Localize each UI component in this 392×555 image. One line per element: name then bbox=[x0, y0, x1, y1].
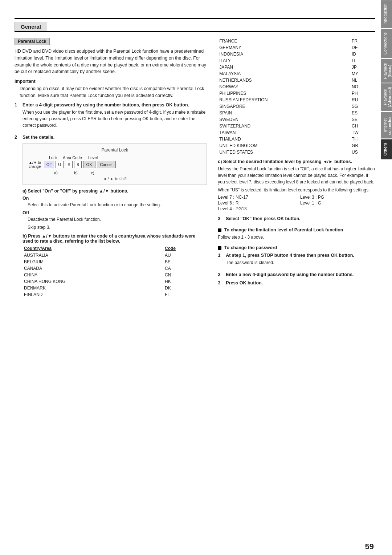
right-country-name: SWITZERLAND bbox=[218, 123, 350, 129]
right-country-table-row: SPAINES bbox=[218, 110, 375, 116]
change-pw-step-2-title: Enter a new 4-digit password by using th… bbox=[226, 272, 354, 277]
section-title: General bbox=[15, 22, 47, 31]
left-column: Parental Lock HD DVD and DVD video discs… bbox=[15, 38, 207, 304]
diagram-title: Parental Lock bbox=[29, 147, 201, 153]
country-name: DENMARK bbox=[23, 285, 163, 291]
tab-playback-basic[interactable]: Playback(Basic) bbox=[381, 59, 392, 83]
diagram-s: S bbox=[65, 161, 73, 168]
change-password-header: To change the password bbox=[218, 245, 375, 250]
right-country-table-row: UNITED STATESUS bbox=[218, 149, 375, 155]
tab-connections[interactable]: Connections bbox=[381, 29, 392, 58]
right-country-code: MY bbox=[350, 70, 375, 77]
right-column: FRANCEFRGERMANYDEINDONESIAIDITALYITJAPAN… bbox=[218, 38, 375, 304]
level-grid-cell: Level 7 : NC-17 bbox=[218, 195, 293, 200]
country-code: CA bbox=[163, 265, 207, 272]
step-2-title: Set the details. bbox=[23, 135, 54, 140]
right-country-code: RU bbox=[350, 97, 375, 103]
country-name: CHINA HONG KONG bbox=[23, 278, 163, 285]
right-country-code: NO bbox=[350, 84, 375, 90]
change-pw-step-1-title: At step 1, press STOP button 4 times the… bbox=[226, 253, 354, 258]
sub-c-text2: When "US" is selected, its limitation le… bbox=[218, 187, 375, 193]
change-limit-title: To change the limitation level of Parent… bbox=[224, 227, 343, 232]
right-country-table-row: SWEDENSE bbox=[218, 116, 375, 123]
black-square-icon-2 bbox=[218, 246, 221, 250]
right-country-table: FRANCEFRGERMANYDEINDONESIAIDITALYITJAPAN… bbox=[218, 38, 375, 155]
level-grid-cell: Level 6 : R bbox=[218, 200, 293, 206]
right-country-table-row: NETHERLANDSNL bbox=[218, 77, 375, 84]
right-country-code: US bbox=[350, 149, 375, 155]
right-country-name: RUSSIAN FEDERATION bbox=[218, 97, 350, 103]
change-pw-step-3: 3 Press OK button. bbox=[218, 280, 375, 285]
page-number: 59 bbox=[365, 542, 374, 551]
sub-c-title: c) Select the desired limitation level b… bbox=[218, 159, 375, 164]
step-2: 2 Set the details. Parental Lock Lock Ar… bbox=[15, 134, 207, 301]
country-table-row: DENMARKDK bbox=[23, 285, 207, 291]
diagram-cancel[interactable]: Cancel bbox=[97, 161, 116, 168]
step-1-sub: When you use the player for the first ti… bbox=[23, 109, 207, 129]
right-country-table-row: FRANCEFR bbox=[218, 38, 375, 44]
on-title: On bbox=[23, 196, 207, 201]
country-code: FI bbox=[163, 291, 207, 298]
country-code: CN bbox=[163, 272, 207, 278]
country-table-row: CHINACN bbox=[23, 272, 207, 278]
right-country-name: MALAYSIA bbox=[218, 70, 350, 77]
side-tabs: Introduction Connections Playback(Basic)… bbox=[379, 0, 392, 555]
step-3-content: Select "OK" then press OK button. bbox=[226, 216, 375, 221]
change-pw-step-1-num: 1 bbox=[218, 252, 223, 269]
right-country-name: THAILAND bbox=[218, 136, 350, 142]
main-content: General Parental Lock HD DVD and DVD vid… bbox=[15, 22, 375, 540]
country-code: BE bbox=[163, 259, 207, 265]
right-country-table-row: UNITED KINGDOMGB bbox=[218, 142, 375, 149]
level-grid-cell: Level 1 : G bbox=[300, 200, 375, 206]
right-country-name: FRANCE bbox=[218, 38, 350, 44]
right-country-name: ITALY bbox=[218, 57, 350, 64]
country-code: HK bbox=[163, 278, 207, 285]
right-country-name: NETHERLANDS bbox=[218, 77, 350, 84]
country-code: DK bbox=[163, 285, 207, 291]
right-country-code: SG bbox=[350, 103, 375, 110]
level-grid: Level 7 : NC-17Level 3 : PGLevel 6 : RLe… bbox=[218, 195, 375, 211]
right-country-table-row: TAIWANTW bbox=[218, 129, 375, 136]
right-country-code: GB bbox=[350, 142, 375, 149]
diagram-shift-text: ◄ / ► to shift bbox=[29, 177, 201, 181]
country-table-row: AUSTRALIAAU bbox=[23, 252, 207, 259]
country-code: AU bbox=[163, 252, 207, 259]
country-name: FINLAND bbox=[23, 291, 163, 298]
change-password-title: To change the password bbox=[224, 245, 277, 250]
diagram-col-level: Level bbox=[88, 155, 98, 160]
diagram: Parental Lock Lock Area Code Level ▲/▼ t… bbox=[23, 143, 207, 185]
right-country-table-row: INDONESIAID bbox=[218, 51, 375, 57]
level-grid-cell: Level 4 : PG13 bbox=[218, 206, 293, 211]
off-title: Off bbox=[23, 210, 207, 215]
country-table-row: CHINA HONG KONGHK bbox=[23, 278, 207, 285]
country-name: AUSTRALIA bbox=[23, 252, 163, 259]
tab-internet-connection[interactable]: Internetconnection bbox=[381, 112, 392, 138]
right-country-table-row: GERMANYDE bbox=[218, 44, 375, 51]
right-country-table-row: RUSSIAN FEDERATIONRU bbox=[218, 97, 375, 103]
step-1: 1 Enter a 4-digit password by using the … bbox=[15, 102, 207, 131]
change-pw-step-2-num: 2 bbox=[218, 272, 223, 277]
right-country-code: IT bbox=[350, 57, 375, 64]
right-country-name: NORWAY bbox=[218, 84, 350, 90]
step-2-content: Set the details. Parental Lock Lock Area… bbox=[23, 134, 207, 301]
right-country-name: SINGAPORE bbox=[218, 103, 350, 110]
right-country-code: SE bbox=[350, 116, 375, 123]
two-col-layout: Parental Lock HD DVD and DVD video discs… bbox=[15, 38, 375, 304]
right-country-name: SWEDEN bbox=[218, 116, 350, 123]
diagram-ok[interactable]: OK bbox=[83, 161, 95, 168]
change-pw-step-3-title: Press OK button. bbox=[226, 280, 263, 285]
right-country-code: ID bbox=[350, 51, 375, 57]
intro-text: HD DVD and DVD video discs equipped with… bbox=[15, 48, 207, 75]
change-limit-section: To change the limitation level of Parent… bbox=[218, 227, 375, 240]
tab-playback-advanced[interactable]: Playback(Advanced) bbox=[381, 83, 392, 111]
tab-others[interactable]: Others bbox=[381, 139, 392, 159]
country-table-row: FINLANDFI bbox=[23, 291, 207, 298]
sub-a: a) Select "On" or "Off" by pressing ▲/▼ … bbox=[23, 189, 207, 231]
step-2-num: 2 bbox=[15, 134, 20, 301]
change-pw-step-1: 1 At step 1, press STOP button 4 times t… bbox=[218, 252, 375, 269]
right-country-name: INDONESIA bbox=[218, 51, 350, 57]
country-table-header-area: Country/Area bbox=[23, 245, 163, 252]
tab-introduction[interactable]: Introduction bbox=[381, 0, 392, 28]
change-pw-step-2-content: Enter a new 4-digit password by using th… bbox=[226, 272, 375, 277]
change-pw-step-2: 2 Enter a new 4-digit password by using … bbox=[218, 272, 375, 277]
